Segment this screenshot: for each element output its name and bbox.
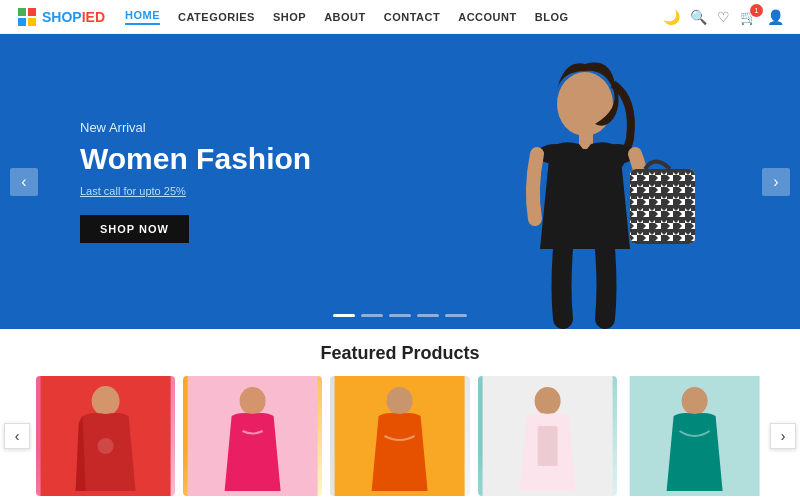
svg-point-22 xyxy=(387,387,413,415)
wishlist-icon[interactable]: ♡ xyxy=(717,9,730,25)
product-card-4[interactable] xyxy=(478,376,617,496)
product-image-4 xyxy=(478,376,617,496)
hero-title: Women Fashion xyxy=(80,141,311,177)
dot-5[interactable] xyxy=(445,314,467,317)
svg-rect-2 xyxy=(18,18,26,26)
dot-3[interactable] xyxy=(389,314,411,317)
product-image-1 xyxy=(36,376,175,496)
svg-point-20 xyxy=(240,387,266,415)
product-image-3 xyxy=(330,376,469,496)
cart-icon[interactable]: 🛒 1 xyxy=(740,9,757,25)
nav-account[interactable]: ACCOUNT xyxy=(458,11,517,23)
nav-links: HOME CATEGORIES SHOP ABOUT CONTACT ACCOU… xyxy=(125,9,663,25)
shop-now-button[interactable]: SHOP NOW xyxy=(80,215,189,243)
svg-point-27 xyxy=(681,387,707,415)
products-row: ‹ xyxy=(0,376,800,496)
logo-text: SHOPIED xyxy=(42,9,105,25)
product-card-3[interactable] xyxy=(330,376,469,496)
nav-blog[interactable]: BLOG xyxy=(535,11,569,23)
hero-model-image xyxy=(460,49,720,329)
nav-home[interactable]: HOME xyxy=(125,9,160,25)
dot-2[interactable] xyxy=(361,314,383,317)
featured-title: Featured Products xyxy=(0,343,800,364)
products-next-arrow[interactable]: › xyxy=(770,423,796,449)
model-svg xyxy=(475,49,705,329)
svg-point-24 xyxy=(534,387,560,415)
featured-section: Featured Products ‹ xyxy=(0,329,800,500)
svg-rect-1 xyxy=(28,8,36,16)
nav-about[interactable]: ABOUT xyxy=(324,11,366,23)
search-icon[interactable]: 🔍 xyxy=(690,9,707,25)
product-image-2 xyxy=(183,376,322,496)
products-prev-arrow[interactable]: ‹ xyxy=(4,423,30,449)
hero-content: New Arrival Women Fashion Last call for … xyxy=(0,120,311,243)
hero-section: New Arrival Women Fashion Last call for … xyxy=(0,34,800,329)
svg-rect-3 xyxy=(28,18,36,26)
dot-4[interactable] xyxy=(417,314,439,317)
navbar: SHOPIED HOME CATEGORIES SHOP ABOUT CONTA… xyxy=(0,0,800,34)
svg-point-4 xyxy=(557,72,613,136)
dark-mode-icon[interactable]: 🌙 xyxy=(663,9,680,25)
nav-categories[interactable]: CATEGORIES xyxy=(178,11,255,23)
svg-rect-0 xyxy=(18,8,26,16)
nav-shop[interactable]: SHOP xyxy=(273,11,306,23)
product-card-1[interactable] xyxy=(36,376,175,496)
slider-dots xyxy=(333,314,467,317)
svg-point-18 xyxy=(98,438,114,454)
svg-rect-25 xyxy=(537,426,557,466)
product-card-5[interactable] xyxy=(625,376,764,496)
hero-prev-arrow[interactable]: ‹ xyxy=(10,168,38,196)
cart-badge: 1 xyxy=(750,4,763,17)
nav-icons: 🌙 🔍 ♡ 🛒 1 👤 xyxy=(663,9,784,25)
dot-1[interactable] xyxy=(333,314,355,317)
nav-contact[interactable]: CONTACT xyxy=(384,11,440,23)
product-image-5 xyxy=(625,376,764,496)
logo[interactable]: SHOPIED xyxy=(16,6,105,28)
account-icon[interactable]: 👤 xyxy=(767,9,784,25)
product-card-2[interactable] xyxy=(183,376,322,496)
logo-icon xyxy=(16,6,38,28)
hero-subtitle: New Arrival xyxy=(80,120,311,135)
hero-description: Last call for upto 25% xyxy=(80,185,311,197)
hero-next-arrow[interactable]: › xyxy=(762,168,790,196)
svg-point-17 xyxy=(92,386,120,416)
svg-rect-10 xyxy=(630,169,695,244)
